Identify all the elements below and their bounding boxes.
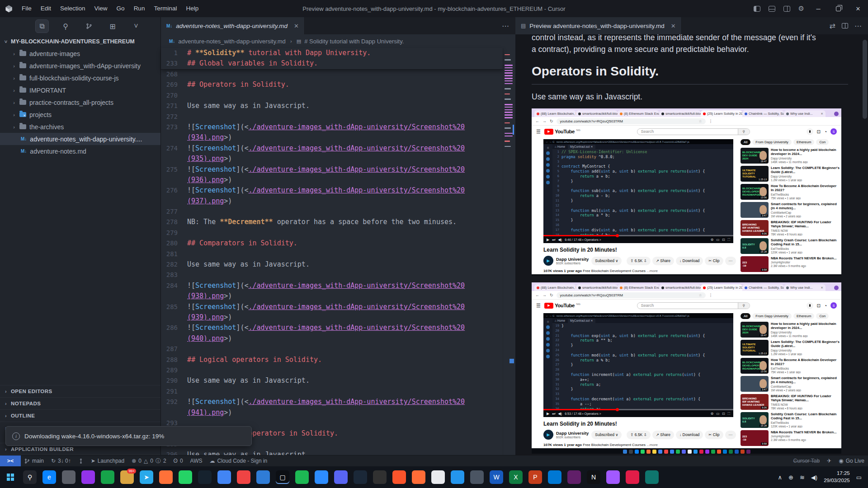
firefox-icon[interactable] [159,470,173,484]
menu-run[interactable]: Run [129,3,150,14]
next-button[interactable]: ⏭ [552,238,555,242]
search-icon[interactable]: ⚲ [23,470,37,484]
browser-menu-icon[interactable]: ⋮ [709,119,713,123]
excel-icon[interactable]: X [509,470,523,484]
suggested-video[interactable]: 3:47Smart contracts for beginners, expla… [741,376,840,392]
close-tab-icon[interactable]: ✕ [294,23,299,29]
close-button[interactable]: ✕ [848,0,868,17]
player-control-icon[interactable]: ⚙ [711,238,714,242]
browser-tab[interactable]: smartcontractkit/full-blockchv...✕ [659,284,701,291]
discord-icon[interactable] [334,470,348,484]
open-changes-icon[interactable]: ⇄ [830,22,835,30]
network-icon[interactable]: ⊕ [788,474,793,481]
preview-scrollbar[interactable] [863,34,867,455]
download-button[interactable]: ↓ Download [676,257,703,265]
more-link[interactable]: ...more [646,443,658,447]
brave-icon[interactable] [392,470,406,484]
filter-chip[interactable]: All [741,313,750,319]
extensions-icon[interactable]: ⊞ [106,19,119,33]
like-button[interactable]: ⇧ 6.5K ⇩ [627,257,650,265]
nav-icon[interactable]: ← [535,119,539,123]
browser-tab[interactable]: Chainlink — Solidity, Sol...✕ [742,284,784,291]
remix-file-tab[interactable]: MyContract.sol ✕ [568,145,595,149]
telegram-icon[interactable]: ➤ [140,470,153,484]
markdown-source-editor[interactable]: 268269## Operators in Solidity.270271Use… [161,69,503,455]
toggle-secondary-sidebar-icon[interactable] [783,6,790,12]
remote-indicator[interactable]: >< [0,455,21,466]
player-control-icon[interactable]: ▭ [716,412,719,416]
progress-knob[interactable] [616,408,619,411]
problems-item[interactable]: ⊗0 △0 ⓘ2 [128,455,170,466]
browser-tab[interactable]: smartcontractkit/full-blockc...✕ [576,110,618,117]
chrome-icon[interactable] [217,470,231,484]
youtube-logo[interactable]: ▶YouTubeNG [544,129,580,135]
youtube-search[interactable]: Search⚲ [637,128,750,135]
suggested-video[interactable]: SOLIDITY0.815:28Solidity Crash Course: L… [741,238,840,254]
split-editor-icon[interactable] [842,23,848,28]
player-control-icon[interactable]: ⊡ [722,412,725,416]
play-button[interactable]: ▶ [547,238,549,242]
remix-home-tab[interactable]: ⌂ Home [555,319,565,322]
menu-view[interactable]: View [90,3,112,14]
suggested-video[interactable]: BLOCKCHAINDEVELOPERROADMAP/202213:56How … [741,358,840,374]
edge-icon[interactable]: e [42,470,56,484]
zoom-icon[interactable] [315,470,328,484]
explorer-root-folder[interactable]: ˅ MY-BLOCKCHAIN-ADVENTURES_ETHEREUM [0,35,160,47]
minimize-button[interactable]: ─ [808,0,828,17]
progress-bar[interactable] [543,409,733,410]
url-field[interactable]: youtube.com/watch?v=RQzuQ503TRM☆ [557,118,706,124]
browser-tab[interactable]: smartcontractkit/full-blockc...✕ [576,284,618,291]
volume-icon[interactable]: ◀) [811,474,817,481]
share-button[interactable]: ↗ Share [652,257,674,265]
remix-file-tab[interactable]: MyContract.sol ✕ [568,319,595,323]
bookmark-icon[interactable]: ☆ [698,119,702,123]
menu-file[interactable]: File [17,3,36,14]
tree-item-full-blockchain-solidity-course-js[interactable]: ›full-blockchain-solidity-course-js [0,72,160,84]
app-icon[interactable] [626,470,639,484]
progress-knob[interactable] [616,234,619,237]
hamburger-icon[interactable]: ☰ [536,303,541,309]
toggle-sidebar-icon[interactable] [754,6,760,12]
menu-help[interactable]: Help [181,3,203,14]
player-control-icon[interactable]: ⊡ [722,238,725,242]
browser-tab[interactable]: Why use Indi...✕ [784,110,826,117]
ports-item[interactable]: ʘ0 [170,455,187,466]
breadcrumb[interactable]: M↓ adventure-notes_with-dapp-university.… [161,34,515,48]
wifi-icon[interactable]: ≋ [800,474,805,481]
suggested-video[interactable]: BREAKINGIDF HUNTINGHAMAS LEADER6:06BREAK… [741,220,840,236]
app-icon[interactable] [373,470,387,484]
browser-tab[interactable]: (88) Learn Blockchain, Solidity✕ [534,110,576,117]
app-icon[interactable] [101,470,114,484]
docker-icon[interactable] [451,470,464,484]
notification-toast[interactable]: i Downloading wake-4.16.0-windows-x64.ta… [5,426,252,446]
search-icon[interactable]: ⚲ [59,19,72,33]
sidebar-section-notepads[interactable]: ›NOTEPADS [0,397,160,409]
suggested-video[interactable]: 3:47Smart contracts for beginners, expla… [741,202,840,218]
profile-avatar[interactable] [834,286,839,290]
tree-item-adventure-notes-md[interactable]: M↓adventure-notes.md [0,145,160,157]
powerpoint-icon[interactable]: P [528,470,542,484]
profile-avatar[interactable] [834,112,839,116]
search-button[interactable]: ⚲ [738,129,750,135]
github-icon[interactable] [431,470,445,484]
toggle-panel-icon[interactable] [769,6,775,12]
close-tab-icon[interactable]: ✕ [821,286,823,290]
channel-name[interactable]: Dapp University [556,257,589,262]
youtube-logo[interactable]: ▶YouTubeNG [544,303,580,309]
browser-tab[interactable]: (25) Learn Solidity in 20 Minut...✕ [701,110,742,117]
nav-icon[interactable]: → [542,293,547,297]
next-button[interactable]: ⏭ [552,412,555,416]
player-control-icon[interactable]: ⛶ [728,412,730,416]
menu-selection[interactable]: Selection [56,3,90,14]
terminal-icon[interactable] [470,470,484,484]
channel-avatar[interactable]: ▶ [543,430,553,440]
cloud-code-item[interactable]: ☁Cloud Code - Sign in [206,455,271,466]
filter-chip[interactable]: Con [816,313,829,319]
filter-chip[interactable]: Con [816,139,829,145]
notifications-icon[interactable]: ◔ [824,303,827,308]
nav-icon[interactable]: ↻ [550,293,553,297]
play-button[interactable]: ▶ [547,412,549,416]
notifications-icon[interactable]: ◔ [824,129,827,134]
filter-chip[interactable]: All [741,139,750,145]
remix-home-tab[interactable]: ⌂ Home [555,145,565,148]
